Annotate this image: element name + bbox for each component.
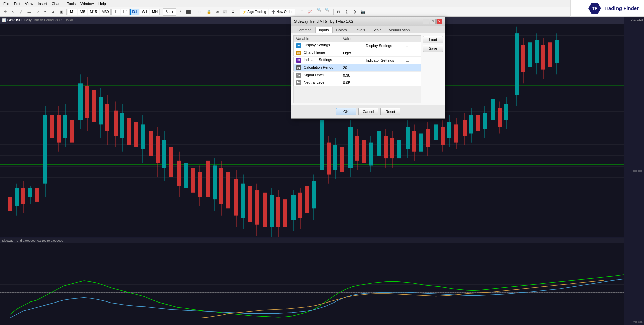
svg-rect-131 — [469, 115, 473, 133]
var-neutral-level-value[interactable]: 0.05 — [341, 79, 421, 86]
tab-levels[interactable]: Levels — [351, 27, 369, 33]
var-signal-level-value[interactable]: 0.38 — [341, 72, 421, 79]
load-button[interactable]: Load — [423, 36, 443, 43]
tf-d1[interactable]: D1 — [130, 9, 139, 15]
svg-rect-93 — [333, 145, 337, 170]
toolbar-hline[interactable]: — — [25, 8, 33, 16]
svg-rect-41 — [149, 131, 153, 156]
svg-rect-49 — [177, 161, 181, 186]
svg-rect-29 — [105, 104, 109, 131]
tab-colors[interactable]: Colors — [333, 27, 351, 33]
table-row[interactable]: DS Display Settings ========== Display S… — [294, 42, 421, 49]
menu-tools[interactable]: Tools — [65, 1, 78, 6]
menu-help[interactable]: Help — [96, 1, 108, 6]
reset-button[interactable]: Reset — [380, 108, 400, 115]
tab-common[interactable]: Common — [293, 27, 315, 33]
menu-file[interactable]: File — [1, 1, 11, 6]
new-order-btn[interactable]: ➕ New Order — [269, 9, 295, 15]
svg-rect-95 — [340, 147, 344, 172]
save-button[interactable]: Save — [423, 45, 443, 52]
tab-visualization[interactable]: Visualization — [385, 27, 414, 33]
tf-m15[interactable]: M15 — [88, 9, 99, 15]
toolbar-text[interactable]: A — [50, 8, 57, 16]
tf-w1[interactable]: W1 — [140, 9, 150, 15]
tf-mn[interactable]: MN — [150, 9, 160, 15]
ide-btn[interactable]: IDE — [195, 8, 205, 16]
algo-trading-btn[interactable]: ⚡ Algo Trading — [240, 9, 268, 15]
tf-h4[interactable]: H4 — [121, 9, 129, 15]
tf-m30[interactable]: M30 — [100, 9, 111, 15]
svg-rect-103 — [369, 143, 373, 166]
toolbar-channel[interactable]: ≡ — [42, 8, 49, 16]
svg-rect-111 — [397, 140, 401, 158]
config-btn[interactable]: ⚙ — [229, 8, 237, 16]
tf-m5[interactable]: M5 — [78, 9, 87, 15]
svg-rect-109 — [390, 138, 394, 158]
lock-btn[interactable]: 🔒 — [205, 8, 213, 16]
menu-window[interactable]: Window — [78, 1, 96, 6]
tf-m1[interactable]: M1 — [68, 9, 77, 15]
grid-btn[interactable]: ⊞ — [298, 8, 306, 16]
sep7 — [333, 9, 334, 15]
svg-rect-13 — [50, 115, 54, 138]
indicator-settings-dialog[interactable]: Sideway Trend MT5 - By TFlab 1.02 _ □ ✕ … — [291, 17, 445, 119]
chart-btn[interactable]: 📈 — [306, 8, 314, 16]
menu-insert[interactable]: Insert — [36, 1, 49, 6]
tf-h1[interactable]: H1 — [111, 9, 120, 15]
zoom-in-btn[interactable]: 🔍+ — [325, 8, 332, 16]
col-value: Value — [341, 36, 421, 42]
svg-rect-51 — [184, 163, 188, 188]
svg-rect-1 — [8, 197, 12, 211]
var-calc-period-value[interactable]: 20 — [341, 64, 421, 72]
candle-btn[interactable]: 🕯 — [177, 8, 184, 16]
menu-charts[interactable]: Charts — [50, 1, 64, 6]
table-row[interactable]: ⅟x Signal Level 0.38 — [294, 72, 421, 79]
toolbar-row1: ✛ ↖ ╱ — ⟋ ≡ A ▣ M1 M5 M15 M30 H1 H4 D1 W… — [0, 7, 644, 17]
menu-view[interactable]: View — [23, 1, 35, 6]
menu-edit[interactable]: Edit — [12, 1, 22, 6]
screenshot-btn[interactable]: 📷 — [359, 8, 367, 16]
dialog-maximize-btn[interactable]: □ — [430, 19, 436, 24]
table-row[interactable]: IS Indicator Settings ========== Indicat… — [294, 57, 421, 64]
sub-chart — [0, 243, 624, 325]
svg-rect-69 — [248, 186, 252, 222]
sep6 — [315, 9, 315, 15]
var-indicator-label: Indicator Settings — [304, 58, 332, 62]
toolbar-shapes[interactable]: ▣ — [58, 8, 65, 16]
scroll-right-btn[interactable]: ⟫ — [351, 8, 359, 16]
new-order-icon: ➕ — [271, 10, 275, 14]
svg-rect-139 — [498, 108, 502, 127]
zoom-out-btn[interactable]: 🔍− — [317, 8, 324, 16]
mail-btn[interactable]: ✉ — [213, 8, 221, 16]
svg-text:TF: TF — [592, 6, 597, 11]
tab-scale[interactable]: Scale — [369, 27, 385, 33]
toolbar-line[interactable]: ╱ — [17, 8, 25, 16]
fit-btn[interactable]: ⊡ — [335, 8, 342, 16]
table-row[interactable]: ⅟x Neutral Level 0.05 — [294, 79, 421, 86]
svg-rect-115 — [412, 131, 416, 152]
svg-rect-105 — [377, 131, 381, 156]
indicator-svg — [0, 243, 624, 325]
ok-button[interactable]: OK — [336, 108, 356, 115]
brand-panel: TF Trading Finder — [570, 0, 644, 17]
color-btn[interactable]: ⬛ — [185, 8, 192, 16]
table-row[interactable]: 01 Calculation Period 20 — [294, 64, 421, 72]
table-row[interactable]: CT Chart Theme Light — [294, 49, 421, 57]
var-calc-label: Calculation Period — [304, 65, 333, 69]
cancel-button[interactable]: Cancel — [358, 108, 378, 115]
svg-rect-11 — [43, 115, 47, 183]
toolbar-crosshair[interactable]: ✛ — [1, 8, 9, 16]
toolbar-arrow[interactable]: ↖ — [9, 8, 17, 16]
svg-rect-147 — [528, 42, 532, 67]
svg-rect-9 — [35, 188, 39, 202]
svg-rect-79 — [283, 199, 287, 227]
display-icon: DS — [296, 43, 301, 48]
chart-type-select[interactable]: Bar ▾ — [163, 8, 176, 16]
news-btn[interactable]: 📰 — [221, 8, 229, 16]
scroll-left-btn[interactable]: ⟪ — [343, 8, 351, 16]
svg-rect-59 — [213, 165, 217, 199]
tab-inputs[interactable]: Inputs — [315, 27, 333, 33]
toolbar-trendline[interactable]: ⟋ — [34, 8, 41, 16]
dialog-minimize-btn[interactable]: _ — [423, 19, 429, 24]
dialog-close-btn[interactable]: ✕ — [436, 19, 442, 24]
